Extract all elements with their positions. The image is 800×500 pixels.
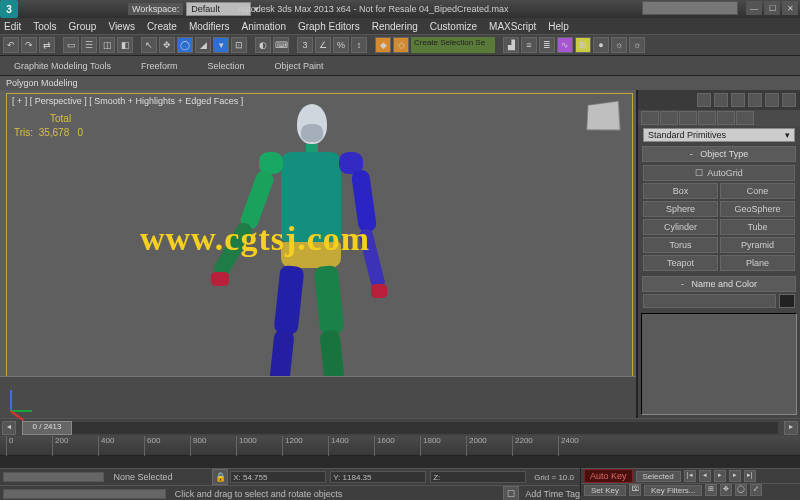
menu-group[interactable]: Group — [69, 21, 97, 32]
goto-end-button[interactable]: ▸| — [744, 470, 756, 482]
transform-x-input[interactable]: X: 54.755 — [230, 471, 326, 483]
rollout-name-color[interactable]: - Name and Color — [642, 276, 796, 292]
tab-create-icon[interactable] — [641, 111, 659, 125]
percent-snap-button[interactable]: % — [333, 37, 349, 53]
link-button[interactable]: ⇄ — [39, 37, 55, 53]
cursor-icon[interactable]: ↖ — [141, 37, 157, 53]
cmd-icon[interactable] — [697, 93, 711, 107]
align-button[interactable]: ≡ — [521, 37, 537, 53]
select-manipulate-button[interactable]: ◐ — [255, 37, 271, 53]
auto-key-button[interactable]: Auto Key — [584, 469, 633, 483]
layers-button[interactable]: ≣ — [539, 37, 555, 53]
create-cylinder-button[interactable]: Cylinder — [643, 219, 718, 235]
play-button[interactable]: ▸ — [714, 470, 726, 482]
key-filters-button[interactable]: Key Filters... — [644, 485, 702, 496]
menu-grapheditors[interactable]: Graph Editors — [298, 21, 360, 32]
transform-y-input[interactable]: Y: 1184.35 — [330, 471, 426, 483]
create-geosphere-button[interactable]: GeoSphere — [720, 201, 795, 217]
create-tube-button[interactable]: Tube — [720, 219, 795, 235]
create-pyramid-button[interactable]: Pyramid — [720, 237, 795, 253]
ribbon-panel-label[interactable]: Polygon Modeling — [0, 76, 800, 90]
mirror-button[interactable]: ▟ — [503, 37, 519, 53]
snap-toggle-button[interactable]: 3 — [297, 37, 313, 53]
scale-gizmo-button[interactable]: ◢ — [195, 37, 211, 53]
create-teapot-button[interactable]: Teapot — [643, 255, 718, 271]
set-key-button[interactable]: Set Key — [584, 485, 626, 496]
autogrid-checkbox[interactable]: ☐ AutoGrid — [643, 165, 795, 181]
viewcube[interactable] — [580, 96, 624, 140]
render-setup-button[interactable]: ☼ — [611, 37, 627, 53]
keyboard-shortcut-button[interactable]: ⌨ — [273, 37, 289, 53]
menu-modifiers[interactable]: Modifiers — [189, 21, 230, 32]
menu-rendering[interactable]: Rendering — [372, 21, 418, 32]
cmd-icon[interactable] — [731, 93, 745, 107]
undo-button[interactable]: ↶ — [3, 37, 19, 53]
cmd-icon[interactable] — [765, 93, 779, 107]
tab-hierarchy-icon[interactable] — [679, 111, 697, 125]
maxscript-macro-recorder[interactable] — [3, 489, 166, 499]
select-region-button[interactable]: ◫ — [99, 37, 115, 53]
menu-customize[interactable]: Customize — [430, 21, 477, 32]
viewport-nav-icon[interactable]: ✥ — [720, 484, 732, 496]
transform-z-input[interactable]: Z: — [430, 471, 526, 483]
ribbon-tab-objectpaint[interactable]: Object Paint — [270, 59, 327, 73]
render-button[interactable]: ☼ — [629, 37, 645, 53]
create-cone-button[interactable]: Cone — [720, 183, 795, 199]
viewport-nav-icon[interactable]: ⊞ — [705, 484, 717, 496]
menu-edit[interactable]: Edit — [4, 21, 21, 32]
biped-face[interactable] — [301, 124, 323, 142]
menu-tools[interactable]: Tools — [33, 21, 56, 32]
add-time-tag[interactable]: Add Time Tag — [525, 489, 580, 499]
schematic-view-button[interactable]: ⊞ — [575, 37, 591, 53]
edit-sel-set-icon[interactable]: ◇ — [393, 37, 409, 53]
help-search-input[interactable] — [642, 1, 738, 15]
minimize-button[interactable]: — — [746, 1, 762, 15]
key-icon[interactable]: ⚿ — [629, 484, 641, 496]
cmd-icon[interactable] — [748, 93, 762, 107]
select-name-button[interactable]: ☰ — [81, 37, 97, 53]
viewport-perspective[interactable]: [ + ] [ Perspective ] [ Smooth + Highlig… — [0, 90, 636, 418]
ref-coord-dropdown[interactable]: ▾ — [213, 37, 229, 53]
window-crossing-button[interactable]: ◧ — [117, 37, 133, 53]
create-plane-button[interactable]: Plane — [720, 255, 795, 271]
ribbon-tab-graphite[interactable]: Graphite Modeling Tools — [10, 59, 115, 73]
menu-maxscript[interactable]: MAXScript — [489, 21, 536, 32]
key-mode-dropdown[interactable]: Selected — [636, 471, 681, 482]
biped-character[interactable] — [215, 102, 405, 422]
cmd-icon[interactable] — [714, 93, 728, 107]
next-key-button[interactable]: ▸ — [784, 421, 798, 435]
tab-motion-icon[interactable] — [698, 111, 716, 125]
menu-views[interactable]: Views — [108, 21, 135, 32]
track-bar[interactable] — [0, 456, 800, 468]
tab-modify-icon[interactable] — [660, 111, 678, 125]
biped-hand-left[interactable] — [211, 272, 229, 286]
redo-button[interactable]: ↷ — [21, 37, 37, 53]
curve-editor-button[interactable]: ∿ — [557, 37, 573, 53]
select-object-button[interactable]: ▭ — [63, 37, 79, 53]
move-gizmo-button[interactable]: ✥ — [159, 37, 175, 53]
next-frame-button[interactable]: ▸ — [729, 470, 741, 482]
menu-help[interactable]: Help — [548, 21, 569, 32]
material-editor-button[interactable]: ● — [593, 37, 609, 53]
menu-create[interactable]: Create — [147, 21, 177, 32]
maximize-button[interactable]: ☐ — [764, 1, 780, 15]
menu-animation[interactable]: Animation — [241, 21, 285, 32]
angle-snap-button[interactable]: ∠ — [315, 37, 331, 53]
viewcube-face-icon[interactable] — [586, 101, 620, 131]
create-box-button[interactable]: Box — [643, 183, 718, 199]
create-torus-button[interactable]: Torus — [643, 237, 718, 253]
comm-center-icon[interactable]: ☐ — [503, 486, 519, 500]
viewport-nav-icon[interactable]: ◯ — [735, 484, 747, 496]
ribbon-tab-selection[interactable]: Selection — [203, 59, 248, 73]
object-color-swatch[interactable] — [779, 294, 795, 308]
tab-utilities-icon[interactable] — [736, 111, 754, 125]
spinner-snap-button[interactable]: ↕ — [351, 37, 367, 53]
create-category-dropdown[interactable]: Standard Primitives ▾ — [643, 128, 795, 142]
rollout-object-type[interactable]: - Object Type — [642, 146, 796, 162]
time-slider-thumb[interactable]: 0 / 2413 — [22, 421, 72, 435]
close-button[interactable]: ✕ — [782, 1, 798, 15]
prev-key-button[interactable]: ◂ — [2, 421, 16, 435]
named-sel-set-icon[interactable]: ◆ — [375, 37, 391, 53]
create-sphere-button[interactable]: Sphere — [643, 201, 718, 217]
maxscript-mini-listener[interactable] — [3, 472, 104, 482]
